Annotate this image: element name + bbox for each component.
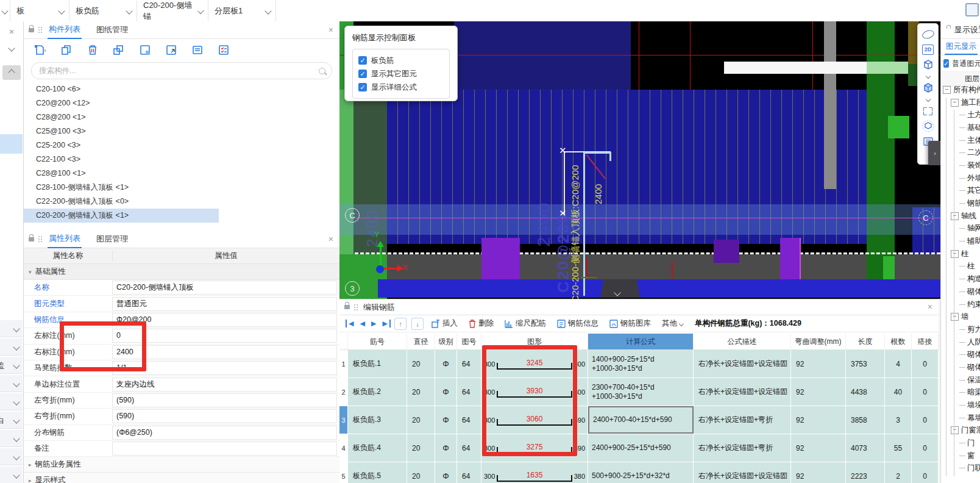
next-row-button[interactable]: ▶ [369,320,378,327]
tree-item[interactable]: 外墙 [941,172,980,185]
rail-collapsed-row[interactable] [0,320,23,337]
rail-collapsed-row[interactable] [0,467,23,483]
tree-collapse-icon[interactable]: − [951,313,959,321]
new-component-button[interactable] [32,42,48,58]
tree-item[interactable]: − 柱 [941,248,980,260]
checkbox-checked-icon[interactable]: ✓ [358,56,367,65]
tree-collapse-icon[interactable]: − [951,426,959,434]
tree-collapse-icon[interactable]: − [943,86,951,94]
component-list-item[interactable]: C25@100 <3> [24,124,219,138]
diameter-cell[interactable]: 20 [407,350,435,377]
rail-close-button[interactable]: × [2,24,21,38]
layer-dropdown[interactable]: 分层板1 [208,1,276,21]
tree-item[interactable]: 门 [941,437,980,449]
diameter-cell[interactable]: 20 [407,434,435,462]
tree-item[interactable]: 幕墙 [941,412,980,424]
toolbar-overflow-stub[interactable] [0,1,10,21]
row-number-cell[interactable]: 1 [339,350,348,377]
column-header[interactable]: 图号 [457,334,481,349]
rail-collapsed-row[interactable] [0,393,23,410]
count-cell[interactable]: 2 [885,462,912,483]
tree-item[interactable]: − 所有构件 [941,84,980,96]
rail-collapsed-row[interactable]: 盖 [0,357,23,374]
grade-symbol-cell[interactable]: Φ [435,462,457,483]
count-cell[interactable]: 40 [885,378,912,406]
scale-rebar-button[interactable]: 缩尺配筋 [500,317,550,331]
tree-item[interactable]: 钢筋 [941,197,980,210]
display-checkbox-row[interactable]: ✓ 显示其它图元 [358,67,444,80]
count-cell[interactable]: 4 [885,350,912,377]
tree-item[interactable]: − 墙 [941,310,980,323]
component-list-item[interactable]: C25-200 <3> [24,138,219,152]
tree-item[interactable]: 窗 [941,449,980,462]
property-value-field[interactable]: 支座内边线 [112,377,337,392]
column-header[interactable]: 直径(mm) [407,334,435,349]
insert-button[interactable]: 插入 [427,317,462,331]
tree-item[interactable]: 主体 [941,134,980,147]
tree-item[interactable]: 砌体 [941,361,980,374]
formula-description-cell[interactable]: 右净长+设定锚固+弯折 [694,406,791,434]
bend-adjust-cell[interactable]: 92 [791,462,846,483]
tab-drawing-management[interactable]: 图纸管理 [95,21,129,38]
tree-item[interactable]: − 门窗洞 [941,424,980,437]
tree-item[interactable]: 约束 [941,298,980,311]
solid-cube-view-icon[interactable] [922,82,934,93]
row-number-cell[interactable]: 5 [339,462,348,483]
cad-drawing-canvas[interactable]: ✕ ✕ C20@200 2400 2400 C20-200-侧墙锚入顶板:C20… [339,21,940,299]
rebar-table-row[interactable]: 5 板负筋.5 20 Φ 64 300 1635 380 [339,462,939,483]
rebar-name-cell[interactable]: 板负筋.5 [348,462,407,483]
formula-cell[interactable]: 2300+700-40+15*d +1000-30+15*d [588,378,694,406]
section-display-style[interactable]: ▸ 显示样式 [24,473,339,483]
tree-collapse-icon[interactable]: − [951,212,959,220]
close-icon[interactable]: × [328,234,333,244]
lap-cell[interactable]: 0 [912,350,939,377]
tree-item[interactable]: 剪力 [941,323,980,336]
formula-description-cell[interactable]: 右净长+设定锚固+设定锚固 [694,350,791,377]
rebar-type-dropdown[interactable]: 板负筋 [69,1,137,21]
count-cell[interactable]: 55 [885,434,912,462]
tree-item[interactable]: 构造 [941,273,980,285]
rebar-table-row[interactable]: 2 板负筋.2 20 Φ 64 300 3930 300 [339,378,939,406]
isometric-view-icon[interactable] [922,121,934,132]
length-cell[interactable]: 4073 [846,434,885,462]
lock-icon[interactable] [29,28,34,32]
section-rebar-business-properties[interactable]: ▸ 钢筋业务属性 [24,457,339,473]
move-up-button[interactable]: ↑ [394,318,407,330]
rail-collapsed-row[interactable] [0,448,23,465]
grade-symbol-cell[interactable]: Φ [435,406,457,434]
zoom-extents-icon[interactable] [922,106,934,116]
2d-view-icon[interactable]: 2D [922,44,934,55]
property-value-field[interactable]: 普通图元 [112,297,337,311]
figure-number-cell[interactable]: 64 [457,350,481,377]
display-checkbox-row[interactable]: ✓ 显示详细公式 [358,80,444,94]
tree-item[interactable]: 装饰 [941,159,980,172]
figure-number-cell[interactable]: 64 [457,378,481,406]
diameter-cell[interactable]: 20 [407,462,435,483]
rebar-table-row[interactable]: 4 板负筋.4 20 Φ 64 300 3275 590 [339,434,939,462]
last-row-button[interactable]: ▶ [380,320,390,327]
rail-expand-button[interactable] [2,65,21,80]
tree-item[interactable]: 人防 [941,336,980,349]
lap-cell[interactable]: 0 [912,406,939,434]
property-value-field[interactable]: (590) [112,393,337,407]
length-cell[interactable]: 3753 [846,350,885,377]
rebar-name-cell[interactable]: 板负筋.1 [348,350,407,377]
orbit-view-icon[interactable] [922,29,934,40]
bend-adjust-cell[interactable]: 92 [791,350,846,377]
search-icon[interactable] [319,68,325,74]
column-header[interactable]: 根数 [885,334,912,349]
checkbox-checked-icon[interactable]: ✓ [943,59,949,68]
tree-item[interactable]: − 施工段 [941,96,980,109]
tab-component-list[interactable]: 构件列表 [48,21,82,39]
rail-collapsed-row[interactable]: 白 [0,412,23,429]
tree-item[interactable]: 其它 [941,185,980,198]
lap-cell[interactable]: 0 [912,434,939,462]
lap-cell[interactable]: 0 [912,378,939,406]
tree-item[interactable]: 基础 [941,121,980,134]
column-header[interactable]: 长度 [846,334,885,349]
grade-symbol-cell[interactable]: Φ [435,350,457,377]
column-header[interactable]: 级别 [435,334,457,349]
rail-collapse-button[interactable] [2,41,21,55]
component-dropdown[interactable]: C20-200-侧墙锚 [137,1,208,21]
component-list-item[interactable]: C20-200-侧墙锚入顶板 <1> [24,209,219,223]
